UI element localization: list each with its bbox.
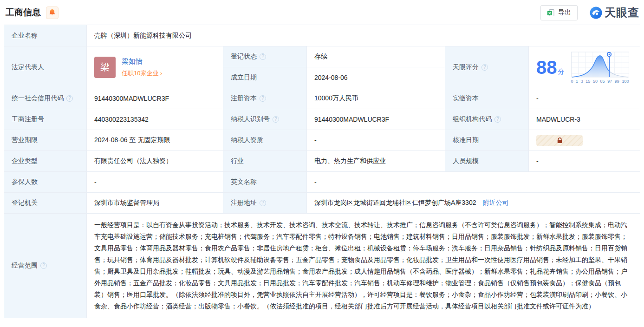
field-label-reg-status: 登记状态 ? [223,46,307,67]
field-value-org-code: MADWLUCR-3 [529,109,640,130]
field-label-staff-size: 人员规模 [445,151,529,172]
field-label-reg-authority: 登记机关 [4,193,87,214]
field-label-org-code: 组织机构代码 ? [445,109,529,130]
legal-rep-name-link[interactable]: 梁如怡 [122,57,162,66]
help-icon[interactable]: ? [40,262,47,269]
export-label: 导出 [558,8,571,17]
reg-address-text: 深圳市龙岗区龙城街道回龙埔社区仁恒梦创广场A座3302 [314,199,476,207]
field-value-reg-address: 深圳市龙岗区龙城街道回龙埔社区仁恒梦创广场A座3302 附近公司 [307,193,640,214]
business-info-table: 企业名称 壳牌（深圳）新能源科技有限公司 法定代表人 梁 梁如怡 任职10家企业… [4,25,640,318]
score-tick: 97 [607,79,612,84]
field-label-company-name: 企业名称 [4,25,87,46]
help-icon[interactable]: ? [260,53,266,60]
score-tick: 99 [615,79,619,84]
field-value-business-scope: 一般经营项目是：以自有资金从事投资活动；技术服务、技术开发、技术咨询、技术交流、… [87,214,640,318]
brand-logo[interactable]: 天眼查 [590,5,639,20]
field-value-tianyan-score: 88分 [529,46,640,88]
field-value-reg-status: 存续 [307,46,445,67]
field-label-tianyan-score: 天眼评分 ? [445,46,529,88]
score-distribution-chart: 0131550859799100 [571,51,629,84]
export-button[interactable]: 导出 [540,5,578,20]
section-header: 工商信息 导出 [4,0,640,25]
field-label-insured-count: 参保人数 [4,172,87,193]
help-icon[interactable]: ? [481,64,488,71]
field-label-reg-number: 工商注册号 [4,109,87,130]
help-icon[interactable]: ? [66,95,73,102]
field-label-industry: 行业 [223,151,307,172]
tianyancha-logo-icon [590,7,602,19]
field-label-legal-rep: 法定代表人 [4,46,87,88]
field-value-staff-size: - [529,151,640,172]
field-label-reg-capital: 注册资本 ? [223,88,307,109]
field-value-legal-rep: 梁 梁如怡 任职10家企业 › [87,46,223,88]
score-curve-icon [571,51,629,78]
field-value-company-type: 有限责任公司（法人独资） [87,151,223,172]
field-label-reg-address: 注册地址 ? [223,193,307,214]
help-icon[interactable]: ? [494,116,501,123]
legal-rep-positions-link[interactable]: 任职10家企业 › [122,69,162,78]
locked-value[interactable] [536,135,583,146]
field-value-reg-capital: 10000万人民币 [307,88,445,109]
lock-icon [557,137,563,144]
field-label-paid-capital: 实缴资本 [445,88,529,109]
help-icon[interactable]: ? [273,116,279,123]
field-label-credit-code: 统一社会信用代码 ? [4,88,87,109]
field-value-credit-code: 91440300MADWLUCR3F [87,88,223,109]
score-tick: 3 [581,79,583,84]
help-icon[interactable]: ? [260,200,266,206]
help-icon[interactable]: ? [260,95,266,102]
field-label-taxpayer-id: 纳税人识别号 ? [223,109,307,130]
score-axis: 0131550859799100 [571,79,629,84]
excel-icon [547,9,555,17]
score-tick: 15 [585,79,590,84]
score-tick: 100 [622,79,629,84]
page-title: 工商信息 [6,7,41,19]
score-tick: 85 [600,79,605,84]
score-tick: 50 [593,79,598,84]
field-label-approval-date: 核准日期 [445,130,529,151]
field-value-business-term: 2024-08-06 至 无固定期限 [87,130,223,151]
field-value-industry: 电力、热力生产和供应业 [307,151,445,172]
field-value-est-date: 2024-08-06 [307,67,445,88]
field-value-taxpayer-id: 91440300MADWLUCR3F [307,109,445,130]
field-label-english-name: 英文名称 [223,172,307,193]
score-tick: 0 [571,79,573,84]
field-label-business-scope: 经营范围 ? [4,214,87,318]
field-label-est-date: 成立日期 [223,67,307,88]
field-value-taxpayer-qualification: - [307,130,445,151]
field-value-company-name: 壳牌（深圳）新能源科技有限公司 [87,25,640,46]
brand-name: 天眼查 [605,5,639,20]
nearby-companies-link[interactable]: 附近公司 [482,199,508,207]
field-value-reg-authority: 深圳市市场监督管理局 [87,193,223,214]
field-value-approval-date [529,130,640,151]
bell-icon [49,9,56,16]
field-value-reg-number: 440300223135342 [87,109,223,130]
field-value-english-name: - [307,172,640,193]
field-label-company-type: 企业类型 [4,151,87,172]
field-label-business-term: 营业期限 [4,130,87,151]
field-label-taxpayer-qualification: 纳税人资质 [223,130,307,151]
score-number: 88分 [536,58,565,77]
legal-rep-avatar[interactable]: 梁 [94,57,116,78]
field-value-insured-count: - [87,172,223,193]
score-tick: 1 [576,79,578,84]
monitor-bell-button[interactable] [46,7,59,19]
field-value-paid-capital: - [529,88,640,109]
